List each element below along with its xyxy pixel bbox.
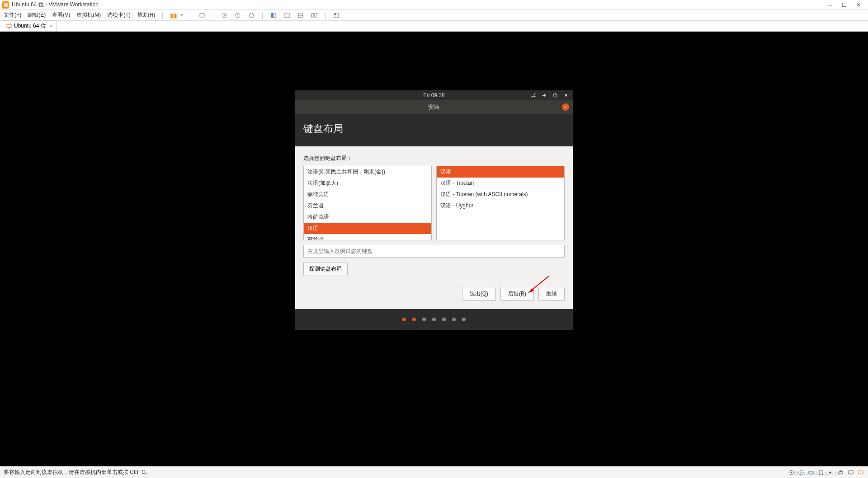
svg-rect-6 (285, 13, 289, 18)
window-title: Ubuntu 64 位 - VMware Workstation (12, 1, 99, 9)
menu-tabs[interactable]: 选项卡(T) (107, 11, 130, 19)
variant-list[interactable]: 汉语汉语 - Tibetan汉语 - Tibetan (with ASCII n… (436, 166, 565, 240)
vmware-statusbar: 要将输入定向到该虚拟机，请在虚拟机内部单击或按 Ctrl+G。 https://… (0, 466, 868, 478)
list-item[interactable]: 汉语 - Tibetan (437, 178, 564, 189)
list-item[interactable]: 哈萨克语 (304, 211, 431, 223)
vmware-icon: ▣ (2, 1, 9, 9)
progress-dot (442, 318, 446, 321)
list-item[interactable]: 荷兰语 (304, 234, 431, 240)
send-ctrl-alt-del-icon[interactable] (198, 12, 206, 19)
back-button[interactable]: 后退(B) (500, 287, 534, 301)
svg-rect-0 (200, 14, 204, 17)
manage-snapshot-icon[interactable] (248, 12, 255, 19)
vm-tab-icon (6, 23, 12, 29)
installer-close-button[interactable]: × (562, 103, 569, 111)
vmware-tabbar: Ubuntu 64 位 × (0, 21, 868, 32)
clock: Fri 09:38 (423, 92, 444, 98)
svg-rect-4 (271, 13, 273, 18)
ubuntu-top-panel: Fri 09:38 ▾ (295, 90, 573, 100)
power-icon[interactable] (552, 92, 558, 98)
status-text: 要将输入定向到该虚拟机，请在虚拟机内部单击或按 Ctrl+G。 (4, 469, 151, 476)
list-item[interactable]: 法语(加拿大) (304, 178, 431, 189)
keyboard-prompt: 选择您的键盘布局： (303, 155, 565, 162)
dropdown-arrow-icon[interactable]: ▼ (180, 13, 184, 17)
continue-button[interactable]: 继续 (538, 287, 565, 301)
watermark: https://blog.csdn.ne (794, 470, 841, 476)
ubuntu-installer-window: Fri 09:38 ▾ 安装 × 键盘布局 选择您的键盘布局： 法语(刚果民主共… (295, 90, 573, 330)
progress-dot (402, 318, 406, 321)
svg-rect-33 (859, 471, 863, 474)
menu-help[interactable]: 帮助(H) (137, 11, 156, 19)
snapshot-icon[interactable] (221, 12, 228, 19)
keyboard-test-input[interactable] (303, 245, 565, 258)
stretch-icon[interactable] (311, 12, 318, 19)
vm-tab[interactable]: Ubuntu 64 位 × (2, 20, 57, 31)
progress-dot (412, 318, 416, 321)
window-controls: — ☐ ✕ (826, 2, 866, 8)
menu-vm[interactable]: 虚拟机(M) (76, 11, 101, 19)
svg-rect-9 (311, 14, 314, 17)
list-item[interactable]: 法语(刚果民主共和国，刚果(金)) (304, 166, 431, 178)
console-view-icon[interactable] (297, 12, 304, 19)
list-item[interactable]: 菲律宾语 (304, 189, 431, 200)
svg-rect-32 (849, 471, 853, 474)
list-item[interactable]: 汉语 - Tibetan (with ASCII numerals) (437, 189, 564, 200)
maximize-button[interactable]: ☐ (841, 2, 847, 8)
menu-view[interactable]: 查看(V) (52, 11, 70, 19)
layout-row: 法语(刚果民主共和国，刚果(金))法语(加拿大)菲律宾语芬兰语哈萨克语汉语荷兰语… (303, 166, 565, 240)
svg-rect-13 (7, 24, 11, 28)
thumbnail-icon[interactable] (333, 12, 340, 19)
list-item[interactable]: 汉语 (437, 166, 564, 178)
chevron-down-icon[interactable]: ▾ (563, 92, 569, 98)
menu-file[interactable]: 文件(F) (4, 11, 21, 19)
minimize-button[interactable]: — (826, 2, 833, 8)
progress-dot (462, 318, 466, 321)
progress-dot (452, 318, 456, 321)
volume-icon[interactable] (541, 92, 547, 98)
unity-icon[interactable] (283, 12, 291, 19)
progress-dots (295, 309, 573, 330)
vm-tab-label: Ubuntu 64 位 (14, 22, 46, 30)
vmware-titlebar: ▣ Ubuntu 64 位 - VMware Workstation — ☐ ✕ (0, 0, 868, 10)
svg-rect-5 (274, 13, 276, 18)
separator (213, 12, 213, 19)
svg-point-2 (236, 13, 240, 18)
separator (162, 12, 163, 19)
list-item[interactable]: 芬兰语 (304, 200, 431, 211)
quit-button[interactable]: 退出(Q) (462, 287, 496, 301)
installer-heading: 键盘布局 (295, 114, 573, 146)
separator (262, 12, 263, 19)
installer-content: 选择您的键盘布局： 法语(刚果民主共和国，刚果(金))法语(加拿大)菲律宾语芬兰… (295, 146, 573, 309)
svg-rect-10 (315, 14, 317, 17)
network-icon[interactable] (530, 92, 537, 98)
language-list[interactable]: 法语(刚果民主共和国，刚果(金))法语(加拿大)菲律宾语芬兰语哈萨克语汉语荷兰语 (303, 166, 432, 240)
installer-title: 安装 (428, 103, 440, 111)
progress-dot (422, 318, 426, 321)
vm-viewport[interactable]: Fri 09:38 ▾ 安装 × 键盘布局 选择您的键盘布局： 法语(刚果民主共… (0, 32, 868, 466)
panel-indicators: ▾ (530, 92, 569, 98)
pause-icon[interactable]: ▮▮ (170, 12, 177, 19)
separator (191, 12, 191, 19)
vmware-menubar: 文件(F) 编辑(E) 查看(V) 虚拟机(M) 选项卡(T) 帮助(H) ▮▮… (0, 10, 868, 21)
message-icon[interactable] (857, 469, 864, 476)
list-item[interactable]: 汉语 (304, 223, 431, 234)
svg-point-25 (791, 472, 792, 473)
svg-point-3 (249, 13, 254, 18)
close-button[interactable]: ✕ (855, 2, 862, 8)
installer-titlebar: 安装 × (295, 100, 573, 114)
tab-close-icon[interactable]: × (50, 23, 53, 29)
fullscreen-icon[interactable] (270, 12, 277, 19)
menu-edit[interactable]: 编辑(E) (28, 11, 46, 19)
separator (325, 12, 326, 19)
progress-dot (432, 318, 436, 321)
installer-button-row: 退出(Q) 后退(B) 继续 (303, 287, 565, 301)
svg-rect-12 (335, 14, 336, 15)
svg-rect-14 (8, 28, 10, 28)
list-item[interactable]: 汉语 - Uyghur (437, 200, 564, 211)
detect-layout-button[interactable]: 探测键盘布局 (303, 262, 348, 276)
display-icon[interactable] (847, 469, 854, 476)
revert-icon[interactable] (234, 12, 241, 19)
